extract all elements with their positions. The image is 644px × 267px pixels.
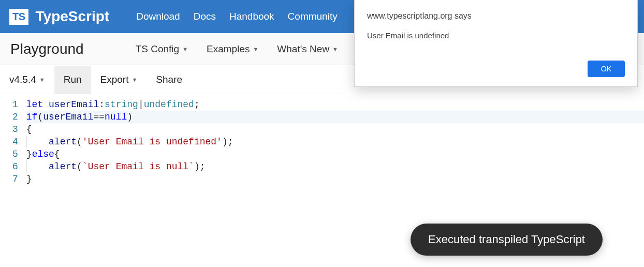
version-dropdown[interactable]: v4.5.4 ▼ <box>9 66 54 94</box>
line-number: 4 <box>12 136 18 148</box>
code-editor[interactable]: 1 2 3 4 5 6 7 let userEmail:string|undef… <box>0 94 644 185</box>
code-line: let userEmail:string|undefined; <box>26 98 644 111</box>
execution-toast: Executed transpiled TypeScript <box>411 224 603 256</box>
nav-handbook[interactable]: Handbook <box>229 11 274 22</box>
page-title: Playground <box>10 41 84 57</box>
chevron-down-icon: ▼ <box>131 77 137 83</box>
line-number: 1 <box>12 98 18 111</box>
code-line: { <box>26 123 644 136</box>
share-button[interactable]: Share <box>147 66 192 94</box>
examples-dropdown[interactable]: Examples ▼ <box>207 43 258 55</box>
code-line: }else{ <box>26 148 644 160</box>
line-gutter: 1 2 3 4 5 6 7 <box>0 98 26 185</box>
chevron-down-icon: ▼ <box>332 46 338 52</box>
code-line: alert(`User Email is null`); <box>26 160 644 173</box>
dialog-origin: www.typescriptlang.org says <box>367 11 625 21</box>
line-number: 6 <box>12 160 18 173</box>
dialog-message: User Email is undefined <box>367 31 625 40</box>
logo-text[interactable]: TypeScript <box>36 8 110 25</box>
examples-label: Examples <box>207 43 250 55</box>
chevron-down-icon: ▼ <box>39 77 45 83</box>
chevron-down-icon: ▼ <box>182 46 188 52</box>
alert-dialog: www.typescriptlang.org says User Email i… <box>354 0 638 87</box>
tsconfig-dropdown[interactable]: TS Config ▼ <box>136 43 188 55</box>
ok-button[interactable]: OK <box>588 61 625 77</box>
code-line: alert('User Email is undefined'); <box>26 136 644 148</box>
nav-download[interactable]: Download <box>136 11 180 22</box>
code-content[interactable]: let userEmail:string|undefined; if(userE… <box>26 98 644 185</box>
line-number: 5 <box>12 148 18 160</box>
code-line: } <box>26 173 644 185</box>
dialog-actions: OK <box>367 61 625 77</box>
export-dropdown[interactable]: Export ▼ <box>91 66 147 94</box>
nav-docs[interactable]: Docs <box>194 11 216 22</box>
line-number: 2 <box>12 111 18 123</box>
tsconfig-label: TS Config <box>136 43 179 55</box>
logo-icon: TS <box>9 9 28 25</box>
export-label: Export <box>100 74 129 85</box>
line-number: 7 <box>12 173 18 185</box>
chevron-down-icon: ▼ <box>253 46 258 52</box>
nav-community[interactable]: Community <box>288 11 338 22</box>
run-button[interactable]: Run <box>54 66 91 94</box>
line-number: 3 <box>12 123 18 136</box>
version-label: v4.5.4 <box>9 74 36 85</box>
code-line: if(userEmail==null) <box>26 111 644 123</box>
whatsnew-dropdown[interactable]: What's New ▼ <box>277 43 338 55</box>
nav-links: Download Docs Handbook Community <box>136 11 338 22</box>
whatsnew-label: What's New <box>277 43 329 55</box>
